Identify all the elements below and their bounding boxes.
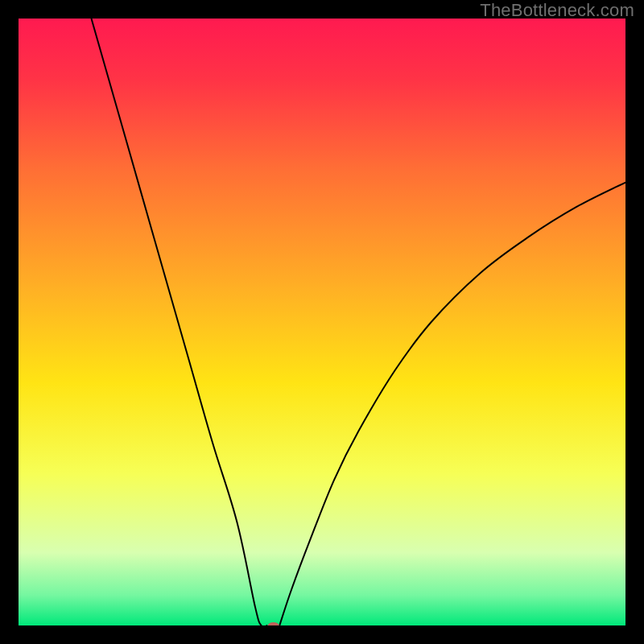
chart-frame: TheBottleneck.com bbox=[0, 0, 644, 644]
watermark-text: TheBottleneck.com bbox=[480, 0, 634, 21]
chart-background bbox=[19, 19, 625, 625]
chart-svg bbox=[19, 19, 625, 625]
plot-area bbox=[19, 19, 625, 625]
